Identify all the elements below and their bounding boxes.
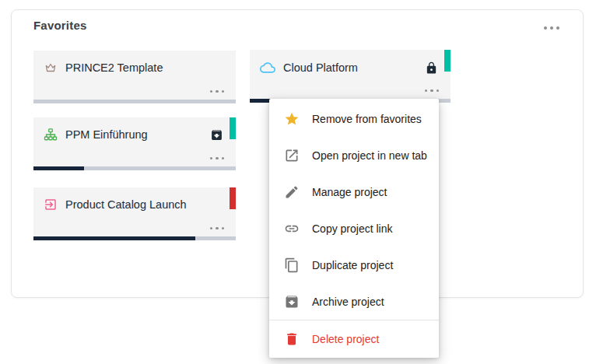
crown-icon <box>44 61 58 75</box>
card-more-button[interactable] <box>422 86 443 96</box>
menu-item-duplicate-project[interactable]: Duplicate project <box>269 247 439 283</box>
cloud-icon <box>260 60 275 75</box>
menu-item-label: Remove from favorites <box>312 113 422 125</box>
menu-item-manage-project[interactable]: Manage project <box>269 173 439 210</box>
star-icon <box>284 111 300 127</box>
menu-item-open-in-new-tab[interactable]: Open project in new tab <box>269 137 439 173</box>
project-title: Product Catalog Launch <box>65 198 187 211</box>
progress-fill <box>33 166 84 170</box>
card-more-button[interactable] <box>207 224 228 233</box>
project-card-ppm-einfuehrung[interactable]: PPM Einführung <box>33 117 236 170</box>
pencil-icon <box>284 184 300 200</box>
progress-fill <box>33 236 195 240</box>
menu-item-copy-project-link[interactable]: Copy project link <box>269 210 439 247</box>
card-more-button[interactable] <box>207 154 228 163</box>
status-tab <box>230 187 236 209</box>
status-tab <box>444 50 451 72</box>
project-card-cloud-platform[interactable]: Cloud Platform <box>250 50 451 103</box>
menu-item-label: Archive project <box>312 296 384 308</box>
menu-item-label: Manage project <box>312 186 387 198</box>
menu-item-label: Open project in new tab <box>312 149 427 162</box>
project-title: PRINCE2 Template <box>65 61 163 74</box>
open-in-new-icon <box>284 148 300 163</box>
project-card-prince2-template[interactable]: PRINCE2 Template <box>33 51 236 103</box>
status-tab <box>230 117 236 139</box>
archive-icon <box>284 294 300 310</box>
project-card-product-catalog-launch[interactable]: Product Catalog Launch <box>33 187 236 240</box>
menu-item-label: Duplicate project <box>312 259 393 271</box>
org-chart-icon <box>44 128 58 142</box>
menu-item-remove-from-favorites[interactable]: Remove from favorites <box>269 100 439 137</box>
progress-track <box>33 166 236 170</box>
link-icon <box>284 221 300 236</box>
progress-track <box>33 100 236 103</box>
panel-more-button[interactable] <box>541 23 563 33</box>
export-icon <box>44 198 58 212</box>
trash-icon <box>284 331 300 347</box>
archived-icon <box>210 128 223 142</box>
menu-item-label: Copy project link <box>312 222 393 235</box>
card-more-button[interactable] <box>207 87 228 96</box>
favorites-screen: Favorites PRINCE2 Template Cloud Pla <box>0 0 596 364</box>
project-title: Cloud Platform <box>283 61 358 74</box>
menu-item-delete-project[interactable]: Delete project <box>269 320 439 357</box>
panel-title: Favorites <box>33 19 87 32</box>
menu-item-archive-project[interactable]: Archive project <box>269 283 439 320</box>
progress-track <box>33 236 236 240</box>
menu-item-label: Delete project <box>312 333 379 345</box>
lock-icon <box>425 61 438 75</box>
project-context-menu: Remove from favorites Open project in ne… <box>269 99 439 358</box>
duplicate-icon <box>284 257 300 273</box>
project-title: PPM Einführung <box>65 128 148 141</box>
